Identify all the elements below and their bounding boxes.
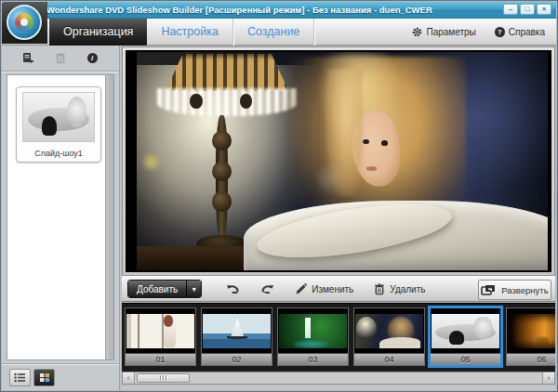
list-view-icon bbox=[14, 372, 26, 383]
sidebar: i Слайд-шоу1 bbox=[2, 46, 120, 390]
film-item-label: 03 bbox=[278, 353, 348, 365]
add-slideshow-button[interactable] bbox=[20, 50, 37, 67]
help-button[interactable]: ? Справка bbox=[495, 27, 545, 37]
film-item-04[interactable]: 04 bbox=[353, 307, 425, 366]
app-logo-corner bbox=[2, 2, 47, 44]
titlebar[interactable]: Wondershare DVD Slideshow Builder [Расши… bbox=[2, 2, 556, 19]
film-item-label: 01 bbox=[126, 353, 195, 365]
film-item-label: 05 bbox=[431, 353, 500, 365]
close-button[interactable]: × bbox=[537, 4, 551, 15]
sidebar-toolbar: i bbox=[2, 46, 119, 72]
tab-bar: Организация Настройка Создание Параметры… bbox=[2, 19, 556, 46]
maximize-button[interactable]: □ bbox=[520, 4, 535, 15]
add-button-group: Добавить ▼ bbox=[127, 280, 202, 298]
slideshow-card[interactable]: Слайд-шоу1 bbox=[16, 86, 101, 163]
gear-icon bbox=[412, 27, 422, 37]
film-item-label: 04 bbox=[354, 353, 424, 365]
slide-toolbar: Добавить ▼ Изменить bbox=[122, 276, 555, 302]
tab-creation[interactable]: Создание bbox=[233, 19, 314, 46]
trash-icon bbox=[55, 52, 66, 64]
bottom-strip bbox=[122, 385, 555, 390]
film-item-06[interactable]: 06 bbox=[506, 307, 555, 366]
slideshow-list: Слайд-шоу1 bbox=[7, 74, 114, 360]
edit-button[interactable]: Изменить bbox=[291, 283, 357, 295]
options-button[interactable]: Параметры bbox=[412, 27, 475, 37]
list-view-button[interactable] bbox=[9, 369, 31, 386]
preview-area bbox=[122, 46, 555, 276]
info-icon: i bbox=[87, 53, 98, 63]
add-slideshow-icon bbox=[22, 52, 35, 64]
lamp-shade bbox=[166, 54, 289, 91]
add-dropdown-arrow[interactable]: ▼ bbox=[186, 281, 201, 297]
film-item-label: 06 bbox=[507, 353, 555, 365]
tab-settings[interactable]: Настройка bbox=[147, 19, 233, 46]
delete-slideshow-button[interactable] bbox=[52, 50, 69, 67]
slideshow-info-button[interactable]: i bbox=[84, 50, 100, 67]
edit-label: Изменить bbox=[312, 284, 353, 294]
expand-icon bbox=[481, 284, 496, 295]
minimize-button[interactable]: – bbox=[503, 4, 518, 15]
trash-icon bbox=[374, 283, 385, 295]
dvd-disc-icon bbox=[15, 13, 33, 32]
options-label: Параметры bbox=[426, 27, 475, 37]
film-item-05[interactable]: 05 bbox=[430, 307, 501, 366]
add-button[interactable]: Добавить bbox=[128, 281, 186, 297]
main-area: Добавить ▼ Изменить bbox=[121, 46, 556, 390]
pencil-icon bbox=[295, 283, 307, 295]
window-title: Wondershare DVD Slideshow Builder [Расши… bbox=[46, 5, 432, 15]
storyboard-view-button[interactable] bbox=[33, 369, 55, 386]
rotate-right-icon bbox=[260, 283, 274, 294]
preview-image bbox=[137, 52, 548, 270]
sidebar-scrollbar[interactable] bbox=[105, 75, 113, 359]
scroll-left-arrow[interactable]: ‹ bbox=[123, 372, 135, 384]
delete-button[interactable]: Удалить bbox=[370, 283, 429, 295]
scrollbar-thumb[interactable] bbox=[137, 373, 190, 383]
app-window: Wondershare DVD Slideshow Builder [Расши… bbox=[0, 0, 558, 392]
storyboard-view-icon bbox=[39, 372, 50, 383]
rotate-left-button[interactable] bbox=[222, 283, 244, 294]
delete-label: Удалить bbox=[390, 284, 425, 294]
film-item-01[interactable]: 01 bbox=[125, 307, 196, 366]
preview-letterbox bbox=[126, 50, 551, 272]
help-label: Справка bbox=[509, 27, 545, 37]
expand-label: Развернуть bbox=[501, 285, 548, 295]
rotate-right-button[interactable] bbox=[257, 283, 278, 294]
app-logo-icon[interactable] bbox=[7, 5, 42, 40]
rotate-left-icon bbox=[226, 283, 240, 294]
filmstrip: 01 02 03 04 05 06 bbox=[122, 303, 555, 372]
filmstrip-scrollbar[interactable]: ‹ › bbox=[122, 372, 555, 385]
slideshow-thumbnail bbox=[22, 92, 95, 142]
scroll-right-arrow[interactable]: › bbox=[542, 372, 554, 384]
help-icon: ? bbox=[495, 27, 505, 37]
window-controls: – □ × bbox=[503, 4, 551, 15]
film-item-02[interactable]: 02 bbox=[201, 307, 272, 366]
tab-organization[interactable]: Организация bbox=[49, 19, 147, 46]
slideshow-title: Слайд-шоу1 bbox=[17, 149, 100, 158]
expand-button[interactable]: Развернуть bbox=[478, 280, 551, 300]
film-item-03[interactable]: 03 bbox=[277, 307, 349, 366]
film-item-label: 02 bbox=[202, 353, 272, 365]
view-toggle-bar bbox=[2, 363, 119, 390]
